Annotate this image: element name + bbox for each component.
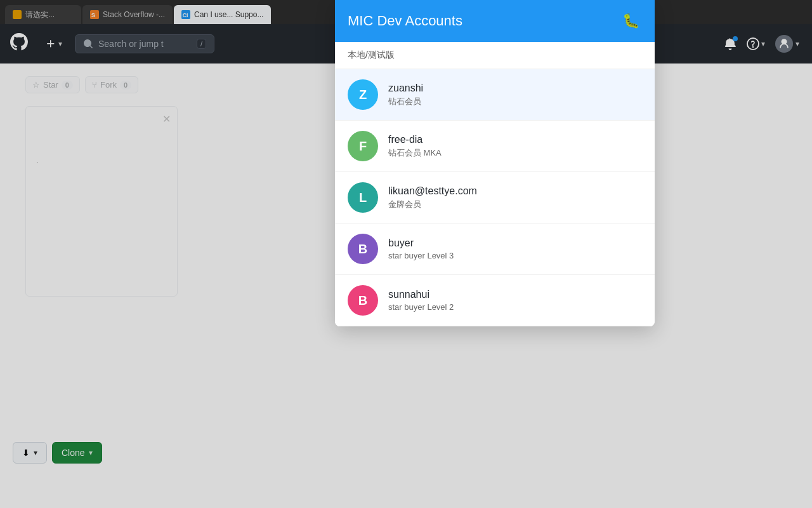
accounts-list: Z zuanshi 钻石会员 F free-dia 钻石会员 MKA L lik… <box>335 69 655 326</box>
account-info-zuanshi: zuanshi 钻石会员 <box>388 83 642 107</box>
account-name-free-dia: free-dia <box>388 134 642 145</box>
account-item-free-dia[interactable]: F free-dia 钻石会员 MKA <box>335 121 655 172</box>
bug-icon: 🐛 <box>622 13 639 29</box>
account-role-likuan: 金牌会员 <box>388 199 642 210</box>
bug-button[interactable]: 🐛 <box>620 10 642 32</box>
account-item-buyer[interactable]: B buyer star buyer Level 3 <box>335 224 655 275</box>
panel-header: MIC Dev Accounts 🐛 <box>335 0 655 42</box>
account-info-free-dia: free-dia 钻石会员 MKA <box>388 134 642 159</box>
account-role-zuanshi: 钻石会员 <box>388 96 642 107</box>
account-item-likuan[interactable]: L likuan@testtye.com 金牌会员 <box>335 172 655 224</box>
panel-title: MIC Dev Accounts <box>348 13 462 29</box>
account-info-sunnahui: sunnahui star buyer Level 2 <box>388 289 642 312</box>
accounts-panel: MIC Dev Accounts 🐛 本地/测试版 Z zuanshi 钻石会员… <box>335 0 655 326</box>
account-info-likuan: likuan@testtye.com 金牌会员 <box>388 185 642 210</box>
panel-subtitle: 本地/测试版 <box>335 42 655 69</box>
account-name-sunnahui: sunnahui <box>388 289 642 300</box>
account-avatar-likuan: L <box>348 182 378 213</box>
account-info-buyer: buyer star buyer Level 3 <box>388 237 642 260</box>
account-avatar-free-dia: F <box>348 131 378 161</box>
account-item-zuanshi[interactable]: Z zuanshi 钻石会员 <box>335 69 655 121</box>
account-avatar-zuanshi: Z <box>348 79 378 110</box>
account-role-sunnahui: star buyer Level 2 <box>388 302 642 312</box>
account-name-buyer: buyer <box>388 237 642 249</box>
account-avatar-buyer: B <box>348 234 378 264</box>
account-name-zuanshi: zuanshi <box>388 83 642 94</box>
account-role-free-dia: 钻石会员 MKA <box>388 147 642 159</box>
account-role-buyer: star buyer Level 3 <box>388 251 642 260</box>
account-avatar-sunnahui: B <box>348 285 378 316</box>
account-name-likuan: likuan@testtye.com <box>388 185 642 197</box>
account-item-sunnahui[interactable]: B sunnahui star buyer Level 2 <box>335 275 655 326</box>
